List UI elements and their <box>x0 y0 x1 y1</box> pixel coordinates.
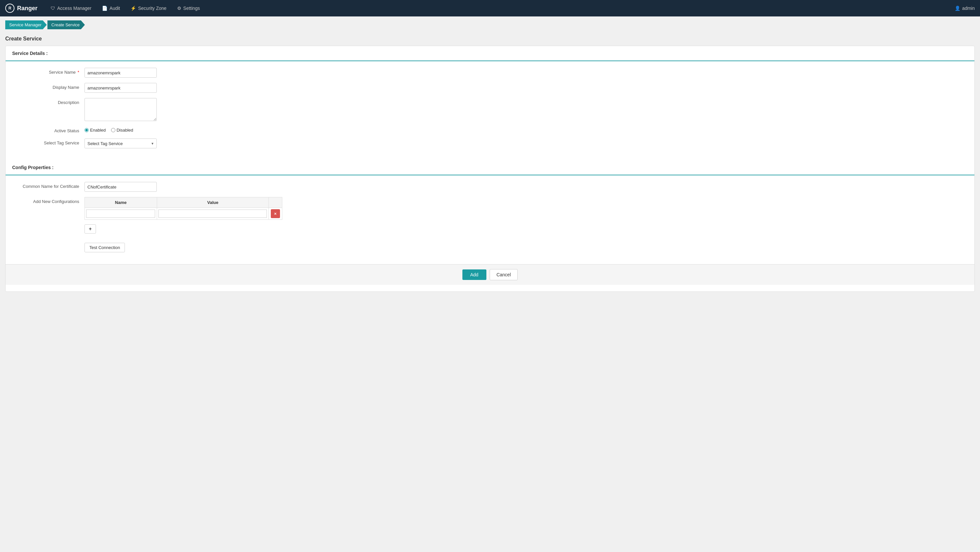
add-configs-row: Add New Configurations Name Value <box>12 197 968 234</box>
service-name-label: Service Name * <box>12 68 84 75</box>
main-content: Service Details : Service Name * amazone… <box>0 46 980 297</box>
config-remove-cell: × <box>269 208 282 220</box>
description-input[interactable] <box>84 98 157 121</box>
nav-access-manager[interactable]: 🛡 Access Manager <box>45 0 97 16</box>
cancel-button[interactable]: Cancel <box>490 269 518 280</box>
service-name-input[interactable]: amazonemrspark <box>84 68 157 78</box>
access-manager-icon: 🛡 <box>51 6 55 11</box>
navbar-right: 👤 admin <box>955 6 975 11</box>
add-button[interactable]: Add <box>462 270 486 280</box>
tag-service-select-wrapper: Select Tag Service ▼ <box>84 139 157 148</box>
service-details-body: Service Name * amazonemrspark Display Na… <box>6 61 974 160</box>
disabled-radio-label[interactable]: Disabled <box>111 128 134 132</box>
form-footer: Add Cancel <box>6 264 974 285</box>
nav-audit-label: Audit <box>110 6 120 11</box>
breadcrumb: Service Manager Create Service <box>5 21 975 29</box>
nav-access-manager-label: Access Manager <box>57 6 91 11</box>
config-table: Name Value <box>84 197 282 220</box>
display-name-row: Display Name amazonemrspark <box>12 83 968 93</box>
admin-label: admin <box>962 6 975 11</box>
config-table-container: Name Value <box>84 197 282 234</box>
description-label: Description <box>12 98 84 105</box>
config-name-header: Name <box>85 197 157 208</box>
navbar: R Ranger 🛡 Access Manager 📄 Audit ⚡ Secu… <box>0 0 980 16</box>
breadcrumb-service-manager[interactable]: Service Manager <box>5 21 47 29</box>
nav-security-zone[interactable]: ⚡ Security Zone <box>125 0 172 16</box>
cn-label: Common Name for Certificate <box>12 182 84 189</box>
service-name-row: Service Name * amazonemrspark <box>12 68 968 78</box>
admin-menu[interactable]: 👤 admin <box>955 6 975 11</box>
test-connection-button[interactable]: Test Connection <box>84 243 125 252</box>
display-name-input[interactable]: amazonemrspark <box>84 83 157 93</box>
cn-row: Common Name for Certificate CNofCertific… <box>12 182 968 192</box>
tag-service-label: Select Tag Service <box>12 139 84 145</box>
form-card: Service Details : Service Name * amazone… <box>5 46 975 292</box>
active-status-radio-group: Enabled Disabled <box>84 126 138 132</box>
config-table-header-row: Name Value <box>85 197 282 208</box>
active-status-label: Active Status <box>12 126 84 133</box>
config-value-input[interactable] <box>158 209 267 218</box>
table-row: × <box>85 208 282 220</box>
add-row-button[interactable]: + <box>84 224 96 234</box>
main-nav: 🛡 Access Manager 📄 Audit ⚡ Security Zone… <box>45 0 955 16</box>
config-action-header <box>269 197 282 208</box>
disabled-radio[interactable] <box>111 128 115 132</box>
config-name-cell <box>85 208 157 220</box>
description-row: Description <box>12 98 968 121</box>
breadcrumb-container: Service Manager Create Service <box>0 16 980 33</box>
test-connection-section: Test Connection <box>12 239 968 252</box>
cn-input[interactable]: CNofCertificate <box>84 182 157 192</box>
config-properties-header: Config Properties : <box>6 160 974 175</box>
required-marker: * <box>78 70 79 75</box>
nav-settings[interactable]: ⚙ Settings <box>172 0 205 16</box>
remove-config-button[interactable]: × <box>271 209 280 218</box>
service-details-header: Service Details : <box>6 46 974 61</box>
tag-service-select[interactable]: Select Tag Service <box>84 139 157 148</box>
nav-audit[interactable]: 📄 Audit <box>97 0 125 16</box>
config-properties-body: Common Name for Certificate CNofCertific… <box>6 175 974 259</box>
tag-service-row: Select Tag Service Select Tag Service ▼ <box>12 139 968 148</box>
nav-security-zone-label: Security Zone <box>138 6 166 11</box>
breadcrumb-create-service[interactable]: Create Service <box>47 21 85 29</box>
enabled-radio[interactable] <box>84 128 89 132</box>
settings-icon: ⚙ <box>177 6 181 11</box>
config-value-cell <box>157 208 269 220</box>
config-name-input[interactable] <box>86 209 155 218</box>
config-value-header: Value <box>157 197 269 208</box>
ranger-icon: R <box>5 4 14 13</box>
audit-icon: 📄 <box>102 6 107 11</box>
page-title: Create Service <box>0 33 980 46</box>
display-name-label: Display Name <box>12 83 84 90</box>
security-zone-icon: ⚡ <box>130 6 136 11</box>
brand-logo[interactable]: R Ranger <box>5 4 37 13</box>
brand-label: Ranger <box>17 5 37 12</box>
nav-settings-label: Settings <box>183 6 200 11</box>
active-status-row: Active Status Enabled Disabled <box>12 126 968 133</box>
admin-icon: 👤 <box>955 6 960 11</box>
add-configs-label: Add New Configurations <box>12 197 84 204</box>
enabled-radio-label[interactable]: Enabled <box>84 128 106 132</box>
